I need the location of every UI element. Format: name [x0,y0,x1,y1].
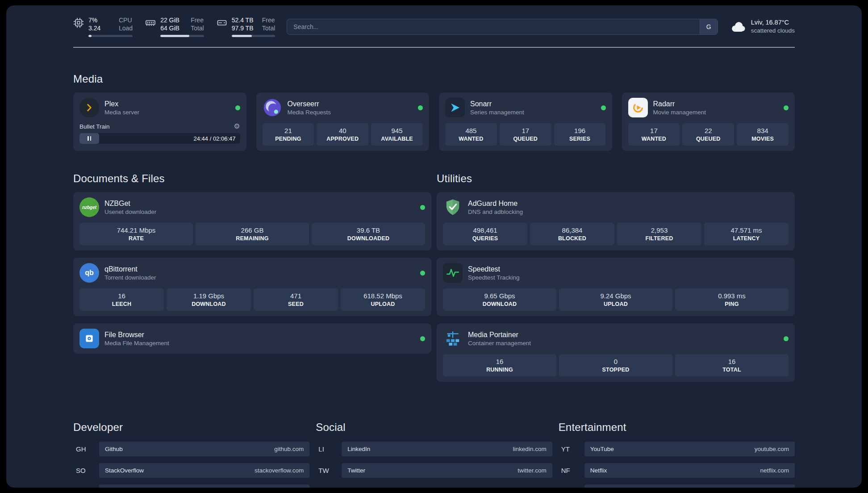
bookmark-abbr: GH [73,445,99,453]
bookmark-name: StackOverflow [105,467,144,474]
app-subtitle: Media File Management [104,340,169,347]
section-title-utilities: Utilities [437,172,795,185]
app-subtitle: Series management [470,109,524,116]
bookmark-abbr: SO [73,467,99,474]
plex-now-playing: Bullet Train ⚙ 24:44 / 02:06:47 [79,123,240,144]
nzbget-icon: nzbget [79,197,99,217]
status-dot [420,271,425,276]
stat-seed: 471 SEED [254,288,338,311]
section-title-media: Media [73,73,795,85]
dashboard-screen: 7% 3.24 CPU Load [6,5,862,488]
stat-upload: 9.24 Gbps UPLOAD [559,288,672,311]
bookmark-stackoverflow[interactable]: SO StackOverflow stackoverflow.com [73,463,309,478]
stat-upload: 618.52 Mbps UPLOAD [341,288,425,311]
app-name: Plex [104,100,139,108]
cpu-progress-bar [88,35,133,37]
app-subtitle: DNS and adblocking [468,209,523,215]
app-card-portainer[interactable]: Media Portainer Container management 16 … [437,323,795,382]
section-documents: Documents & Files nzbget NZBGet Usenet d… [73,172,431,382]
app-card-filebrowser[interactable]: File Browser Media File Management [73,323,431,354]
disk-progress-bar [232,35,275,37]
bookmark-youtube[interactable]: YT YouTube youtube.com [559,442,795,456]
memory-progress-fill [160,35,189,37]
app-name: Media Portainer [468,331,531,339]
memory-free-value: 22 GiB [160,16,184,24]
cpu-progress-fill [88,35,92,37]
bookmark-linkedin[interactable]: LI LinkedIn linkedin.com [316,442,552,456]
stat-download: 9.65 Gbps DOWNLOAD [443,288,556,311]
app-subtitle: Movie management [653,109,706,116]
app-card-nzbget[interactable]: nzbget NZBGet Usenet downloader 744.21 M… [73,192,431,251]
status-dot [420,336,425,341]
bookmark-domain: twitter.com [517,467,547,474]
pause-button[interactable] [79,133,99,144]
section-title-entertainment: Entertainment [559,421,795,434]
stat-ping: 0.993 ms PING [675,288,789,311]
weather-condition: scattered clouds [751,27,795,35]
stat-movies: 834 MOVIES [737,123,789,146]
stat-wanted: 17 WANTED [628,123,680,146]
stat-leech: 16 LEECH [79,288,164,311]
section-title-developer: Developer [73,421,309,434]
bookmark-domain: github.com [274,446,304,452]
app-subtitle: Speedtest Tracking [468,274,520,281]
bookmark-group-social: Social LI LinkedIn linkedin.com TW Twitt… [316,421,552,488]
bookmark-domain: youtube.com [755,446,789,452]
stat-downloaded: 39.6 TB DOWNLOADED [312,223,425,245]
sonarr-icon [445,98,465,117]
disk-widget: 52.4 TB 97.9 TB Free Total [217,16,275,37]
stat-running: 16 RUNNING [443,354,556,376]
app-name: Radarr [653,100,706,108]
search-input[interactable] [287,19,699,34]
bookmark-name: YouTube [590,446,614,452]
app-subtitle: Container management [468,340,531,347]
radarr-icon [628,98,648,117]
app-card-overseerr[interactable]: Overseerr Media Requests 21 PENDING 40 A… [256,92,430,151]
app-subtitle: Media server [104,109,139,116]
stat-download: 1.19 Gbps DOWNLOAD [167,288,251,311]
search-bar: G [287,19,718,35]
playback-progress-bar[interactable]: 24:44 / 02:06:47 [79,133,240,144]
bookmark-domain: linkedin.com [513,446,547,452]
stat-queued: 17 QUEUED [500,123,551,146]
resource-widgets: 7% 3.24 CPU Load [73,16,275,37]
cpu-load-label: Load [119,24,133,32]
memory-icon [145,17,156,30]
app-card-plex[interactable]: Plex Media server Bullet Train ⚙ 24:44 /… [73,92,246,151]
playback-time: 24:44 / 02:06:47 [194,135,236,142]
bookmark-reddit[interactable]: RE Reddit reddit.com [559,485,795,488]
weather-location: Lviv, 16.87°C [751,18,795,27]
weather-widget[interactable]: Lviv, 16.87°C scattered clouds [730,18,795,34]
status-dot [601,105,606,110]
status-dot [420,205,425,210]
bookmark-dev[interactable]: DT DEV dev.to [73,485,309,488]
app-card-qbittorrent[interactable]: qb qBittorrent Torrent downloader 16 [73,258,431,316]
bookmark-domain: stackoverflow.com [255,467,304,474]
app-card-radarr[interactable]: Radarr Movie management 17 WANTED 22 QUE… [622,92,795,151]
app-name: Sonarr [470,100,524,108]
cpu-widget: 7% 3.24 CPU Load [73,16,133,37]
section-title-documents: Documents & Files [73,172,431,185]
gear-icon[interactable]: ⚙ [234,123,240,130]
bookmark-abbr: NF [559,467,584,474]
adguard-icon [443,197,463,217]
app-subtitle: Torrent downloader [104,274,156,281]
speedtest-icon [443,263,463,283]
status-dot [784,336,789,341]
stat-series: 196 SERIES [554,123,606,146]
app-card-speedtest[interactable]: Speedtest Speedtest Tracking 9.65 Gbps D… [437,258,795,316]
app-card-sonarr[interactable]: Sonarr Series management 485 WANTED 17 Q… [439,92,612,151]
bookmark-abbr: LI [316,445,342,453]
bookmark-netflix[interactable]: NF Netflix netflix.com [559,463,795,478]
app-card-adguard[interactable]: AdGuard Home DNS and adblocking 498,461 … [437,192,795,251]
bookmark-name: Twitter [347,467,365,474]
disk-total-label: Total [262,24,275,32]
qbittorrent-icon: qb [79,263,99,283]
cpu-usage-value: 7% [88,16,112,24]
disk-free-label: Free [262,16,275,24]
search-provider-button[interactable]: G [700,19,718,34]
bookmark-twitter[interactable]: TW Twitter twitter.com [316,463,552,478]
bookmark-domain: netflix.com [760,467,789,474]
bookmark-github[interactable]: GH Github github.com [73,442,309,456]
app-name: Overseerr [288,100,331,108]
